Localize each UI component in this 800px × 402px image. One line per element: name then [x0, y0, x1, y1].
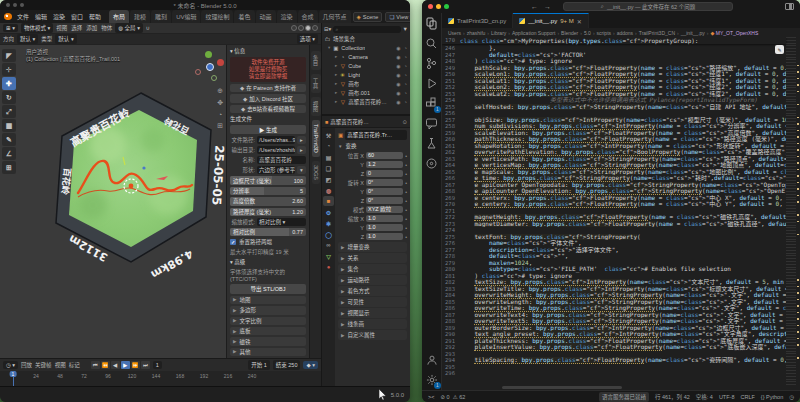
extensions-icon[interactable]: 1 — [425, 97, 438, 110]
outliner-filter-icon[interactable]: ⊟▾ — [324, 26, 331, 32]
scale-mode-dropdown[interactable]: 相对比例 ▾ — [257, 218, 306, 226]
keying-button[interactable]: ◆ ▾ — [303, 361, 318, 369]
lock-icon[interactable]: • — [405, 198, 407, 204]
gizmo-x-axis[interactable] — [217, 59, 224, 66]
current-frame-field[interactable]: 1 — [153, 361, 162, 369]
object-name-field[interactable]: 高聚贵百花岭.Tr… — [345, 130, 407, 140]
tool-icon-1[interactable]: ⊹ — [2, 63, 16, 76]
support-button-0[interactable]: ◆在 Patreon 支持作者 — [230, 84, 306, 92]
properties-tab-6[interactable]: ■ — [323, 196, 334, 206]
breadcrumb[interactable]: Users›zhashifu›Library›Application Suppo… — [442, 28, 800, 37]
navigation-gizmo[interactable] — [191, 49, 225, 83]
orientation-default-dropdown[interactable]: 默认 ▾ — [17, 34, 38, 44]
transport-4[interactable]: ⏩ — [131, 361, 140, 369]
transform-value[interactable]: 0° — [366, 188, 403, 196]
breadcrumb-item[interactable]: scripts — [597, 30, 611, 36]
breadcrumb-item[interactable]: addons — [617, 30, 633, 36]
support-button-1[interactable]: ◆加入 Discord 社区 — [230, 94, 306, 102]
tool-icon-4[interactable]: ⤢ — [2, 105, 16, 118]
remote-icon[interactable] — [425, 157, 438, 170]
collapsed-section-地图[interactable]: ▶地图 — [230, 296, 306, 304]
camera-view-icon[interactable]: ◔ — [217, 111, 223, 118]
properties-tab-9[interactable]: ◯ — [323, 229, 334, 239]
layout-toggle-icon[interactable] — [785, 3, 794, 10]
properties-tab-5[interactable]: ◍ — [323, 185, 334, 195]
outliner-search-input[interactable]: ⌕ — [333, 26, 400, 33]
relative-scale-slider[interactable]: 相对比例0.77 — [230, 228, 306, 236]
transport-5[interactable]: ⏭ — [141, 361, 150, 369]
account-icon[interactable] — [425, 353, 438, 366]
options-dropdown[interactable]: 选项 ▾ — [297, 34, 318, 44]
info-section-header[interactable]: ▾ 信息 — [230, 47, 306, 55]
encoding-setting[interactable]: UTF-8 — [719, 394, 735, 400]
workspace-tab[interactable]: 布局 — [109, 10, 129, 23]
problems-indicator[interactable]: ⊘ 0 ⚠ 62 — [440, 394, 465, 400]
shape-dropdown-icon[interactable]: ▾ — [297, 166, 306, 174]
slider-0[interactable]: 边框尺寸 (毫米)100 — [230, 176, 306, 184]
collapsed-section-多边形[interactable]: ▶多边形 — [230, 306, 306, 314]
remote-indicator[interactable]: >< — [428, 394, 434, 400]
transform-value[interactable]: 60 — [366, 152, 403, 160]
frame-start-field[interactable]: 开始 1 — [248, 360, 270, 370]
outliner-item-画布.001[interactable]: ▸▽画布.001◉ ◔ — [324, 88, 408, 97]
traffic-lights[interactable] — [428, 4, 449, 9]
chat-icon[interactable] — [425, 117, 438, 130]
scene-selector[interactable]: ◈Scene — [353, 12, 383, 22]
sidebar-tab-工具[interactable]: 工具 — [311, 74, 321, 93]
transform-value[interactable]: 1.0 — [366, 233, 403, 241]
tool-icon-5[interactable]: ▦ — [2, 119, 16, 132]
transform-value[interactable]: XYZ 欧拉 — [366, 206, 403, 214]
timeline-editor-type[interactable]: ◷ ▾ — [3, 361, 18, 369]
properties-section-关系[interactable]: ▶关系 — [338, 253, 407, 263]
source-control-icon[interactable] — [425, 57, 438, 70]
field-value[interactable]: 高聚贵百花岭 — [257, 156, 306, 164]
timeline-ruler[interactable]: 244872961201441681922162401 — [0, 371, 321, 386]
tool-icon-0[interactable]: ◤ — [2, 49, 16, 62]
viewport-menu-物体[interactable]: 物体 — [101, 24, 112, 32]
breadcrumb-item[interactable]: ◆ MY_OT_OpenXHS — [711, 30, 759, 36]
tool-icon-2[interactable]: ✚ — [2, 77, 16, 90]
lock-icon[interactable]: • — [405, 153, 407, 159]
menu-编辑[interactable]: 编辑 — [32, 11, 50, 22]
pan-icon[interactable]: ✥ — [217, 99, 223, 107]
generate-button[interactable]: ▶ 生成 — [230, 125, 306, 134]
language-mode[interactable]: {} Python — [761, 394, 783, 400]
gizmo-y-axis[interactable] — [205, 51, 212, 58]
workspace-tab[interactable]: 合成 — [298, 10, 318, 23]
nav-forward-icon[interactable]: → — [544, 3, 551, 10]
breadcrumb-item[interactable]: Blender — [561, 30, 578, 36]
workspace-tab[interactable]: UV编辑 — [172, 10, 200, 23]
transform-section-label[interactable]: 变换 — [345, 142, 356, 150]
code-editor[interactable]: 170class class="cm">MyProperties(bpy.typ… — [442, 37, 800, 385]
lock-icon[interactable]: • — [405, 234, 407, 240]
menu-文件[interactable]: 文件 — [14, 11, 32, 22]
slider-3[interactable]: 路径厚度 (毫米)1.20 — [230, 208, 306, 216]
tool-icon-3[interactable]: ↻ — [2, 91, 16, 104]
transport-3[interactable]: ▶ — [121, 361, 130, 369]
breadcrumb-item[interactable]: Application Support — [512, 30, 555, 36]
lock-icon[interactable]: • — [405, 171, 407, 177]
workspace-tab[interactable]: 动画 — [256, 10, 276, 23]
properties-tab-7[interactable]: ⚙ — [323, 207, 334, 217]
horizontal-scrollbar[interactable] — [442, 385, 800, 390]
shading-mode-toggles[interactable] — [291, 25, 318, 31]
collapsed-section-磁铁[interactable]: ▶磁铁 — [230, 337, 306, 345]
lock-icon[interactable]: • — [405, 162, 407, 168]
snap-icon[interactable]: ∪ — [146, 25, 150, 31]
properties-section-线条画[interactable]: ▶线条画 — [338, 319, 407, 329]
settings-gear-icon[interactable]: 1 — [425, 373, 438, 386]
zoom-icon[interactable]: ⊕ — [217, 87, 223, 95]
gizmo-z-axis[interactable] — [206, 63, 214, 71]
transport-1[interactable]: ⏪ — [101, 361, 110, 369]
sticky-scroll-line[interactable]: 170class class="cm">MyProperties(bpy.typ… — [442, 37, 786, 44]
breadcrumb-item[interactable]: Library — [491, 30, 506, 36]
inline-suggest-button[interactable]: ✎ — [775, 45, 784, 54]
properties-section-可见性[interactable]: ▶可见性 — [338, 297, 407, 307]
gizmo-neg-x[interactable] — [195, 69, 201, 75]
timeline-menu-标记[interactable]: 标记 — [69, 361, 80, 369]
language-server-status[interactable]: 语言服务器已就绪 — [599, 392, 649, 402]
field-value[interactable]: /Users/zhoshifu/Downl... — [257, 146, 295, 154]
3d-viewport[interactable]: 用户透视 (1) Collection | 高聚贵百花岭_Trail.001 ◤… — [0, 45, 321, 358]
workspace-tab[interactable]: 着色 — [234, 10, 254, 23]
properties-tab-12[interactable]: ● — [323, 262, 334, 272]
